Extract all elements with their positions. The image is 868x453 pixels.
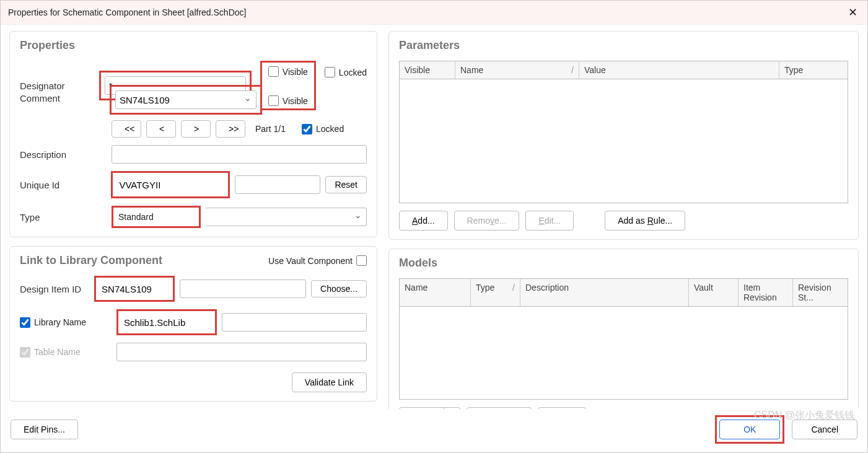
description-row: Description [20,145,367,164]
link-group: Link to Library Component Use Vault Comp… [9,246,377,402]
table-name-check: Table Name [20,347,112,358]
design-item-label: Design Item ID [20,284,89,294]
part-next-button[interactable]: > [181,120,211,138]
designator-visible-check[interactable]: Visible [268,66,308,77]
model-col-vault[interactable]: Vault [689,279,739,306]
part-prev-button[interactable]: < [146,120,176,138]
table-name-input[interactable] [116,343,367,361]
param-remove-button: Remove... [454,211,520,231]
type-label: Type [20,212,107,222]
parameters-table-header: Visible Name/ Value Type [399,61,848,79]
dialog-window: Properties for Schematic Component in Sh… [0,0,868,453]
left-column: Properties Designator Visible Visible Lo… [9,31,377,409]
model-col-desc[interactable]: Description [520,279,689,306]
param-add-rule-button[interactable]: Add as Rule... [605,211,685,231]
type-row: Type Standard [20,206,367,228]
designator-label: Designator [20,81,94,91]
right-column: Parameters Visible Name/ Value Type Add.… [388,31,859,409]
type-select[interactable] [206,208,367,226]
comment-select[interactable]: SN74LS109 [115,90,256,109]
param-edit-button: Edit... [525,211,574,231]
part-last-button[interactable]: >> [216,120,245,138]
design-item-row: Design Item ID Choose... [20,276,367,302]
design-item-extra-input[interactable] [180,279,306,298]
param-col-type[interactable]: Type [779,61,848,79]
model-col-type[interactable]: Type/ [471,279,520,306]
parameters-heading: Parameters [399,39,848,52]
part-first-button[interactable]: << [112,120,141,138]
window-title: Properties for Schematic Component in Sh… [8,7,246,17]
dialog-footer: Edit Pins... OK Cancel [1,409,867,452]
library-name-input[interactable] [120,313,213,332]
uniqueid-row: Unique Id Reset [20,171,367,198]
table-name-row: Table Name [20,343,367,361]
uniqueid-extra-input[interactable] [235,175,320,194]
param-col-name[interactable]: Name/ [455,61,579,79]
parameters-buttons: Add... Remove... Edit... Add as Rule... [399,211,848,231]
use-vault-check[interactable]: Use Vault Component [268,255,367,266]
library-name-check[interactable]: Library Name [20,317,112,328]
part-locked-check[interactable]: Locked [302,124,344,134]
ok-button[interactable]: OK [719,420,780,439]
param-col-value[interactable]: Value [579,61,779,79]
type-value-highlighted: Standard [116,210,196,224]
models-group: Models Name Type/ Description Vault Item… [388,248,859,409]
properties-heading: Properties [20,39,367,52]
library-name-row: Library Name [20,309,367,335]
uniqueid-label: Unique Id [20,180,106,190]
description-label: Description [20,149,107,160]
models-table-header: Name Type/ Description Vault Item Revisi… [399,278,848,307]
models-heading: Models [399,257,848,270]
param-add-button[interactable]: Add... [399,211,448,231]
model-col-name[interactable]: Name [400,279,471,306]
model-col-revst[interactable]: Revision St... [793,279,848,306]
link-heading: Link to Library Component [20,254,162,267]
uniqueid-input[interactable] [115,175,226,194]
choose-button[interactable]: Choose... [311,280,367,297]
description-input[interactable] [112,145,367,164]
model-col-rev[interactable]: Item Revision [739,279,793,306]
properties-group: Properties Designator Visible Visible Lo… [9,31,377,237]
comment-visible-check[interactable]: Visible [268,95,308,106]
parameters-group: Parameters Visible Name/ Value Type Add.… [388,31,859,240]
validate-link-button[interactable]: Validate Link [292,372,367,392]
part-indicator: Part 1/1 [255,124,286,134]
reset-button[interactable]: Reset [325,176,367,193]
edit-pins-button[interactable]: Edit Pins... [11,420,78,439]
library-name-extra-input[interactable] [222,313,367,332]
content-area: Properties Designator Visible Visible Lo… [1,25,867,409]
models-table-body[interactable] [399,307,848,400]
part-nav-row: << < > >> Part 1/1 Locked [20,120,367,138]
design-item-input[interactable] [98,279,171,298]
comment-label: Comment [20,93,107,103]
titlebar: Properties for Schematic Component in Sh… [1,1,867,25]
close-icon[interactable]: ✕ [846,6,860,19]
parameters-table-body[interactable] [399,79,848,203]
cancel-button[interactable]: Cancel [792,420,857,439]
designator-locked-check[interactable]: Locked [325,67,367,77]
param-col-visible[interactable]: Visible [400,61,455,79]
